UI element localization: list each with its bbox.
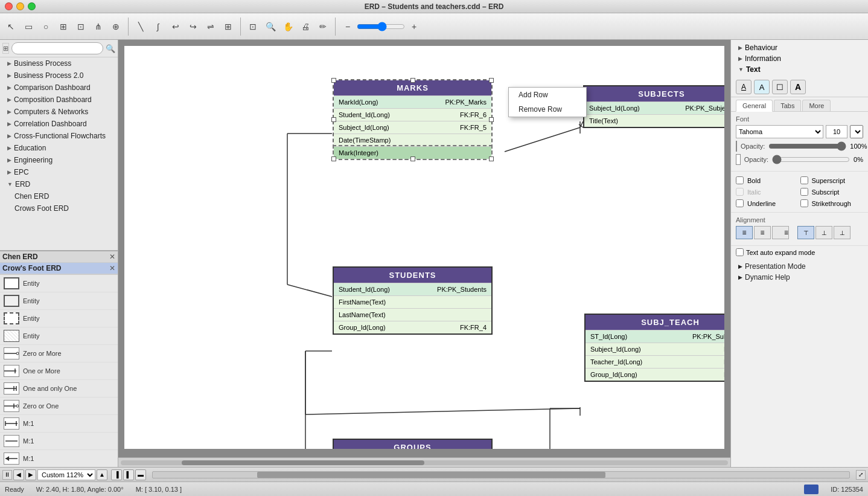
marks-row-4[interactable]: Date(TimeStamp) <box>334 134 491 146</box>
next-page-btn[interactable]: ▶ <box>25 469 36 480</box>
active-tab-chen[interactable]: Chen ERD <box>2 253 109 261</box>
scroll-thumb[interactable] <box>182 460 424 465</box>
sidebar-item-correlation[interactable]: ▶ Correlation Dashboard <box>0 118 118 130</box>
color-swatch-2[interactable] <box>736 154 741 165</box>
pen-icon[interactable]: ✏ <box>314 18 331 35</box>
redo-icon[interactable]: ↪ <box>185 18 202 35</box>
page-1-btn[interactable]: ▐ <box>111 469 122 480</box>
handle-tl[interactable] <box>331 78 336 83</box>
pause-icon[interactable]: ⏸ <box>2 470 12 480</box>
tab-more[interactable]: More <box>802 100 831 111</box>
sidebar-item-business-process-2[interactable]: ▶ Business Process 2.0 <box>0 69 118 82</box>
subj-teach-row-3[interactable]: Teacher_Id(Long) FK:FR_2 <box>586 355 724 368</box>
canvas-area[interactable]: MARKS MarkId(Long) PK:PK_Marks Student_I… <box>118 40 730 467</box>
sidebar-item-comparison[interactable]: ▶ Comparison Dashboard <box>0 82 118 94</box>
font-size-input[interactable] <box>826 125 847 138</box>
active-tab-crows[interactable]: Crow's Foot ERD <box>2 264 109 272</box>
sidebar-item-chen-erd[interactable]: Chen ERD <box>0 190 118 202</box>
font-name-select[interactable]: Tahoma <box>736 125 823 138</box>
minimize-button[interactable] <box>16 2 24 10</box>
rectangle-tool-icon[interactable]: ▭ <box>20 18 37 35</box>
prev-page-btn[interactable]: ◀ <box>13 469 24 480</box>
zoom-select[interactable]: Custom 112% <box>37 469 95 480</box>
sidebar-search-icon[interactable]: 🔍 <box>106 43 115 54</box>
sidebar-search-input[interactable] <box>11 42 103 54</box>
subj-teach-row-2[interactable]: Subject_Id(Long) FK:FR_3 <box>586 343 724 355</box>
students-row-4[interactable]: Group_Id(Long) FK:FR_4 <box>334 321 491 333</box>
component-tool-icon[interactable]: ⊡ <box>72 18 89 35</box>
expand-icon[interactable]: ⤢ <box>856 470 866 480</box>
tab-tabs[interactable]: Tabs <box>774 100 801 111</box>
zoom-step-up-btn[interactable]: ▲ <box>97 469 107 480</box>
align-bottom-btn[interactable]: ⊥ <box>834 226 850 239</box>
tree-item-text[interactable]: ▼ Text <box>736 64 863 75</box>
opacity-slider-2[interactable] <box>772 156 850 163</box>
tab-general[interactable]: General <box>736 100 773 112</box>
font-size-stepper[interactable] <box>850 125 863 138</box>
subj-teach-row-1[interactable]: ST_Id(Long) PK:PK_Subj_Teach <box>586 330 724 343</box>
connect-tool-icon[interactable]: ⇌ <box>202 18 219 35</box>
marks-row-3[interactable]: Subject_Id(Long) FK:FR_5 <box>334 121 491 134</box>
subjects-row-2[interactable]: Title(Text) <box>584 114 724 127</box>
panel-item-entity-2[interactable]: Entity <box>0 292 118 310</box>
window-controls[interactable] <box>5 2 36 10</box>
handle-tm[interactable] <box>410 78 415 83</box>
marks-row-1[interactable]: MarkId(Long) PK:PK_Marks <box>334 95 491 108</box>
panel-item-m1-3[interactable]: M:1 <box>0 450 118 468</box>
page-2-btn[interactable]: ▌ <box>123 469 134 480</box>
maximize-button[interactable] <box>28 2 36 10</box>
rt-pen-icon[interactable]: A <box>736 80 752 94</box>
context-add-row[interactable]: Add Row <box>509 88 586 102</box>
strikethrough-checkbox[interactable] <box>800 199 808 207</box>
panel-item-entity-4[interactable]: Entity <box>0 327 118 345</box>
more-tool-icon[interactable]: ⊕ <box>107 18 124 35</box>
students-row-3[interactable]: LastName(Text) <box>334 308 491 321</box>
sidebar-item-erd[interactable]: ▼ ERD <box>0 178 118 190</box>
presentation-mode-link[interactable]: ▶ Presentation Mode <box>736 261 863 272</box>
panel-item-zero-or-one[interactable]: Zero or One <box>0 398 118 415</box>
panel-item-m1-2[interactable]: M:1 <box>0 433 118 450</box>
dynamic-help-link[interactable]: ▶ Dynamic Help <box>736 272 863 283</box>
canvas-page[interactable]: MARKS MarkId(Long) PK:PK_Marks Student_I… <box>124 46 724 449</box>
students-row-2[interactable]: FirstName(Text) <box>334 295 491 308</box>
handle-bl[interactable] <box>331 156 336 161</box>
hscroll-thumb[interactable] <box>257 472 605 478</box>
page-3-btn[interactable]: ▬ <box>135 469 146 480</box>
tree-item-information[interactable]: ▶ Information <box>736 53 863 64</box>
align-top-btn[interactable]: ⊤ <box>797 226 814 239</box>
handle-bm[interactable] <box>410 156 415 161</box>
text-expand-checkbox[interactable] <box>736 248 744 256</box>
groups-table[interactable]: GROUPS Group_Id(Long) PK:PK_Groups Name(… <box>333 439 493 449</box>
italic-option[interactable]: Italic <box>736 188 799 196</box>
subj-teach-row-4[interactable]: Group_Id(Long) FK:FR_1 <box>586 368 724 381</box>
panel-item-entity-1[interactable]: Entity <box>0 275 118 292</box>
marks-row-2[interactable]: Student_Id(Long) FK:FR_6 <box>334 108 491 121</box>
zoom-slider[interactable] <box>357 22 405 31</box>
sidebar-item-cross-functional[interactable]: ▶ Cross-Functional Flowcharts <box>0 130 118 142</box>
underline-checkbox[interactable] <box>736 199 744 207</box>
sidebar-item-crows-foot-erd[interactable]: Crows Foot ERD <box>0 202 118 214</box>
superscript-option[interactable]: Superscript <box>800 176 864 184</box>
sidebar-item-education[interactable]: ▶ Education <box>0 142 118 154</box>
print-icon[interactable]: 🖨 <box>297 18 314 35</box>
rt-box-icon[interactable]: ☐ <box>772 80 788 94</box>
sidebar-item-composition[interactable]: ▶ Composition Dashboard <box>0 94 118 106</box>
zoom-fit-icon[interactable]: ⊡ <box>244 18 261 35</box>
hscroll-track[interactable] <box>152 471 850 478</box>
color-swatch-1[interactable] <box>736 141 737 152</box>
close-tab-crows-icon[interactable]: ✕ <box>109 264 115 272</box>
close-button[interactable] <box>5 2 13 10</box>
bold-checkbox[interactable] <box>736 176 744 184</box>
rt-highlight-icon[interactable]: A <box>754 80 770 94</box>
close-tab-chen-icon[interactable]: ✕ <box>109 253 115 261</box>
subjects-table[interactable]: SUBJECTS Subject_Id(Long) PK:PK_Subjects… <box>583 85 724 128</box>
sidebar-item-business-process[interactable]: ▶ Business Process <box>0 57 118 69</box>
sidebar-grid-icon[interactable]: ⊞ <box>2 43 9 54</box>
sidebar-item-epc[interactable]: ▶ EPC <box>0 166 118 178</box>
superscript-checkbox[interactable] <box>800 176 808 184</box>
panel-item-zero-or-more[interactable]: Zero or More <box>0 345 118 362</box>
students-table[interactable]: STUDENTS Student_Id(Long) PK:PK_Students… <box>333 266 493 335</box>
panel-item-one-or-more[interactable]: One or More <box>0 362 118 380</box>
align-left-btn[interactable]: ≡ <box>736 226 753 239</box>
align-right-btn[interactable]: ≡ <box>772 226 789 239</box>
